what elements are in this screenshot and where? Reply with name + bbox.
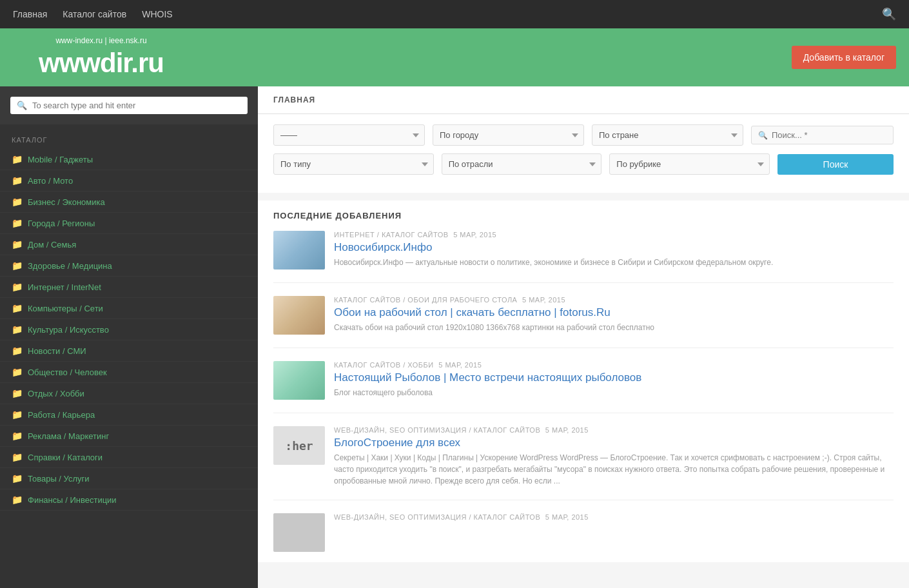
- folder-icon: 📁: [12, 388, 23, 398]
- listing-date: 5 МАР, 2015: [545, 426, 589, 434]
- folder-icon: 📁: [12, 303, 23, 313]
- sidebar-item[interactable]: 📁 Финансы / Инвестиции: [0, 489, 258, 511]
- listing-date: 5 МАР, 2015: [545, 513, 589, 521]
- folder-icon: 📁: [12, 239, 23, 250]
- catalog-section-label: КАТАЛОГ: [0, 124, 258, 149]
- sidebar: 🔍 КАТАЛОГ 📁 Mobile / Гаджеты 📁 Авто / Мо…: [0, 86, 258, 588]
- sidebar-item[interactable]: 📁 Mobile / Гаджеты: [0, 149, 258, 170]
- folder-icon: 📁: [12, 473, 23, 484]
- folder-icon: 📁: [12, 282, 23, 292]
- listing-body: КАТАЛОГ САЙТОВ / ОБОИ ДЛЯ РАБОЧЕГО СТОЛА…: [334, 296, 894, 335]
- folder-icon: 📁: [12, 367, 23, 377]
- nav-catalog[interactable]: Каталог сайтов: [63, 9, 126, 19]
- filter-country-select[interactable]: По стране: [592, 124, 743, 146]
- nav-whois[interactable]: WHOIS: [142, 9, 172, 19]
- sidebar-item-label: Здоровье / Медицина: [28, 261, 112, 271]
- sidebar-item-label: Справки / Каталоги: [28, 453, 103, 462]
- latest-section: ПОСЛЕДНИЕ ДОБАВЛЕНИЯ ИНТЕРНЕТ / КАТАЛОГ …: [258, 201, 909, 562]
- listing-desc: Секреты | Хаки | Хуки | Коды | Плагины |…: [334, 452, 894, 487]
- sidebar-search-wrap: 🔍: [0, 86, 258, 124]
- listing-thumbnail: [273, 296, 325, 335]
- folder-icon: 📁: [12, 409, 23, 420]
- sidebar-items-list: 📁 Mobile / Гаджеты 📁 Авто / Мото 📁 Бизне…: [0, 149, 258, 511]
- sidebar-item[interactable]: 📁 Отдых / Хобби: [0, 383, 258, 404]
- sidebar-item[interactable]: 📁 Дом / Семья: [0, 234, 258, 255]
- listing-categories: WEB-ДИЗАЙН, SEO ОПТИМИЗАЦИЯ / КАТАЛОГ СА…: [334, 513, 540, 521]
- sidebar-item[interactable]: 📁 Справки / Каталоги: [0, 447, 258, 468]
- listing-item: WEB-ДИЗАЙН, SEO ОПТИМИЗАЦИЯ / КАТАЛОГ СА…: [273, 513, 894, 552]
- listing-item: ИНТЕРНЕТ / КАТАЛОГ САЙТОВ 5 МАР, 2015 Но…: [273, 231, 894, 283]
- listing-title[interactable]: Новосибирск.Инфо: [334, 241, 894, 254]
- main-layout: 🔍 КАТАЛОГ 📁 Mobile / Гаджеты 📁 Авто / Мо…: [0, 86, 909, 588]
- listing-title[interactable]: Обои на рабочий стол | скачать бесплатно…: [334, 306, 894, 319]
- search-icon: 🔍: [17, 101, 27, 110]
- folder-icon: 📁: [12, 431, 23, 441]
- search-button[interactable]: Поиск: [777, 154, 894, 175]
- listing-meta: WEB-ДИЗАЙН, SEO ОПТИМИЗАЦИЯ / КАТАЛОГ СА…: [334, 426, 894, 434]
- filter-city-select[interactable]: По городу: [433, 124, 584, 146]
- listing-desc: Блог настоящего рыболова: [334, 387, 894, 398]
- listing-categories: КАТАЛОГ САЙТОВ / ХОББИ: [334, 361, 434, 369]
- search-icon[interactable]: 🔍: [882, 7, 896, 21]
- listing-thumbnail: [273, 513, 325, 552]
- sidebar-item[interactable]: 📁 Авто / Мото: [0, 170, 258, 191]
- sidebar-item[interactable]: 📁 Реклама / Маркетинг: [0, 426, 258, 447]
- sidebar-item-label: Города / Регионы: [28, 219, 95, 228]
- filter-search-icon: 🔍: [758, 131, 768, 140]
- filter-search-wrap: 🔍: [751, 126, 894, 144]
- sidebar-item-label: Авто / Мото: [28, 176, 73, 186]
- filter-area: —— По городу По стране 🔍 По типу П: [258, 114, 909, 193]
- listing-meta: WEB-ДИЗАЙН, SEO ОПТИМИЗАЦИЯ / КАТАЛОГ СА…: [334, 513, 894, 521]
- listing-meta: КАТАЛОГ САЙТОВ / ОБОИ ДЛЯ РАБОЧЕГО СТОЛА…: [334, 296, 894, 304]
- folder-icon: 📁: [12, 260, 23, 271]
- listing-body: WEB-ДИЗАЙН, SEO ОПТИМИЗАЦИЯ / КАТАЛОГ СА…: [334, 513, 894, 552]
- add-to-catalog-button[interactable]: Добавить в каталог: [792, 46, 896, 69]
- sidebar-item[interactable]: 📁 Культура / Искусство: [0, 319, 258, 340]
- header-left: www-index.ru | ieee.nsk.ru wwwdir.ru: [39, 36, 164, 79]
- sidebar-item[interactable]: 📁 Общество / Человек: [0, 362, 258, 383]
- folder-icon: 📁: [12, 452, 23, 462]
- filter-industry-select[interactable]: По отрасли: [442, 153, 602, 175]
- listing-date: 5 МАР, 2015: [438, 361, 482, 369]
- sidebar-item-label: Общество / Человек: [28, 368, 107, 377]
- filter-category-select[interactable]: ——: [273, 124, 425, 146]
- filter-rubric-select[interactable]: По рубрике: [609, 153, 770, 175]
- listing-desc: Новосибирск.Инфо — актуальные новости о …: [334, 257, 894, 268]
- sidebar-item[interactable]: 📁 Товары / Услуги: [0, 468, 258, 489]
- sidebar-item[interactable]: 📁 Интернет / InterNet: [0, 277, 258, 298]
- sidebar-item-label: Отдых / Хобби: [28, 389, 84, 398]
- listing-body: ИНТЕРНЕТ / КАТАЛОГ САЙТОВ 5 МАР, 2015 Но…: [334, 231, 894, 270]
- folder-icon: 📁: [12, 495, 23, 505]
- listing-body: КАТАЛОГ САЙТОВ / ХОББИ 5 МАР, 2015 Насто…: [334, 361, 894, 400]
- sidebar-item[interactable]: 📁 Бизнес / Экономика: [0, 191, 258, 213]
- sidebar-item-label: Реклама / Маркетинг: [28, 431, 109, 441]
- listing-item: КАТАЛОГ САЙТОВ / ХОББИ 5 МАР, 2015 Насто…: [273, 361, 894, 413]
- nav-home[interactable]: Главная: [13, 9, 47, 19]
- folder-icon: 📁: [12, 154, 23, 164]
- sidebar-item[interactable]: 📁 Города / Регионы: [0, 213, 258, 234]
- filter-row-1: —— По городу По стране 🔍: [273, 124, 894, 146]
- page-title: ГЛАВНАЯ: [258, 86, 909, 114]
- listing-meta: КАТАЛОГ САЙТОВ / ХОББИ 5 МАР, 2015: [334, 361, 894, 369]
- sidebar-item[interactable]: 📁 Компьютеры / Сети: [0, 298, 258, 319]
- sidebar-item[interactable]: 📁 Работа / Карьера: [0, 404, 258, 426]
- filter-type-select[interactable]: По типу: [273, 153, 434, 175]
- sidebar-item[interactable]: 📁 Здоровье / Медицина: [0, 255, 258, 277]
- listing-desc: Скачать обои на рабочий стол 1920x1080 1…: [334, 322, 894, 333]
- filter-search-input[interactable]: [772, 130, 886, 140]
- search-input[interactable]: [32, 101, 241, 110]
- listing-thumbnail: :her: [273, 426, 325, 465]
- sidebar-item-label: Интернет / InterNet: [28, 282, 101, 292]
- sidebar-item[interactable]: 📁 Новости / СМИ: [0, 340, 258, 362]
- folder-icon: 📁: [12, 218, 23, 228]
- listing-title[interactable]: БлогоСтроение для всех: [334, 436, 894, 449]
- main-content: ГЛАВНАЯ —— По городу По стране 🔍: [258, 86, 909, 588]
- listing-date: 5 МАР, 2015: [453, 231, 496, 239]
- nav-links: Главная Каталог сайтов WHOIS: [13, 9, 173, 19]
- listing-title[interactable]: Настоящий Рыболов | Место встречи настоя…: [334, 371, 894, 384]
- listing-thumbnail: [273, 361, 325, 400]
- folder-icon: 📁: [12, 197, 23, 207]
- listing-categories: WEB-ДИЗАЙН, SEO ОПТИМИЗАЦИЯ / КАТАЛОГ СА…: [334, 426, 540, 434]
- sidebar-item-label: Новости / СМИ: [28, 346, 86, 356]
- listings-list: ИНТЕРНЕТ / КАТАЛОГ САЙТОВ 5 МАР, 2015 Но…: [273, 231, 894, 552]
